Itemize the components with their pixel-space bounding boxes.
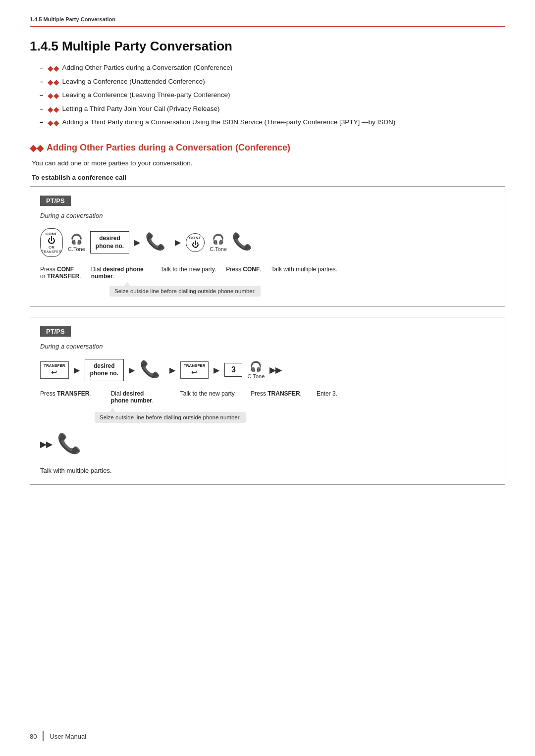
- footer: 80 User Manual: [30, 731, 86, 741]
- dash-icon: –: [40, 63, 44, 73]
- bullet-text: Letting a Third Party Join Your Call (Pr…: [62, 104, 220, 114]
- label-dial-desired-1: Dial desired phonenumber.: [91, 266, 146, 280]
- handset-icon-3: 🎧: [250, 360, 262, 372]
- subsection-diamonds: ◆◆: [30, 143, 44, 153]
- flow-row-3: ▶▶ 📞: [40, 431, 495, 458]
- page-title: 1.4.5 Multiple Party Conversation: [30, 39, 505, 54]
- handset-ctone-2: 🎧 C.Tone: [210, 233, 227, 252]
- dash-icon: –: [40, 90, 44, 100]
- desired-phone-btn-1: desired phone no.: [90, 231, 129, 253]
- note-bubble-1: Seize outside line before dialling outsi…: [109, 284, 495, 297]
- section-ref: 1.4.5 Multiple Party Conversation: [30, 16, 115, 22]
- c-tone-label-3: C.Tone: [247, 373, 265, 379]
- arrow-6: ▶: [214, 365, 219, 375]
- label-press-conf-2: Press CONF.: [226, 266, 261, 273]
- list-item: – ◆◆ Leaving a Conference (Leaving Three…: [40, 90, 505, 101]
- phone-wave-2: 📞: [232, 231, 257, 253]
- intro-text: You can add one or more parties to your …: [32, 159, 505, 167]
- num-3-box: 3: [224, 363, 242, 377]
- arrow-3: ▶: [74, 365, 80, 375]
- pt-ps-badge-2: PT/PS: [40, 326, 71, 337]
- desired-line1: desired: [96, 235, 124, 243]
- conf-top-text: CONF: [189, 236, 202, 240]
- footer-divider: [43, 731, 44, 741]
- svg-text:📞: 📞: [140, 359, 160, 378]
- diamond-icon: ◆◆: [48, 63, 59, 74]
- bullet-text: Leaving a Conference (Leaving Three-part…: [62, 90, 230, 100]
- handset-icon-1: 🎧: [70, 233, 83, 245]
- page-container: 1.4.5 Multiple Party Conversation 1.4.5 …: [0, 0, 535, 756]
- phone-wave-3: 📞: [140, 359, 164, 381]
- or-text: OR: [49, 245, 54, 250]
- transfer-sym-2: ↩: [191, 368, 198, 377]
- diamond-icon: ◆◆: [48, 77, 59, 88]
- handset-icon-2: 🎧: [212, 233, 224, 245]
- during-conv-1: During a conversation: [40, 212, 495, 219]
- labels-row-1: Press CONFor TRANSFER. Dial desired phon…: [40, 266, 495, 280]
- dash-icon: –: [40, 77, 44, 87]
- transfer-label-2: TRANSFER: [44, 363, 65, 368]
- flow-row-1: CONF ⏻ OR TRANSFER 🎧 C.Tone desired phon…: [40, 228, 495, 257]
- flow-row-2: TRANSFER ↩ ▶ desired phone no. ▶ 📞 ▶: [40, 359, 495, 381]
- conf-power-sym: ⏻: [192, 240, 199, 249]
- arrow-5: ▶: [169, 365, 175, 375]
- transfer-icon-block-2: TRANSFER ↩: [180, 361, 209, 379]
- desired-line1-2: desired: [90, 362, 118, 370]
- page-number: 80: [30, 733, 37, 740]
- conf-icon-simple: CONF ⏻: [186, 233, 205, 252]
- double-arrow-2: ▶▶: [40, 440, 52, 449]
- during-conv-2: During a conversation: [40, 343, 495, 350]
- bullet-text: Adding Other Parties during a Conversati…: [62, 63, 233, 73]
- label-talk-new-1: Talk to the new party.: [160, 266, 216, 273]
- c-tone-label-1: C.Tone: [68, 246, 85, 252]
- phone-wave-4: 📞: [57, 431, 87, 458]
- list-item: – ◆◆ Leaving a Conference (Unattended Co…: [40, 77, 505, 88]
- desired-line2-2: phone no.: [90, 370, 118, 378]
- diagram-box-1: PT/PS During a conversation CONF ⏻ OR TR…: [30, 186, 505, 307]
- svg-text:📞: 📞: [145, 232, 166, 251]
- list-item: – ◆◆ Adding Other Parties during a Conve…: [40, 63, 505, 74]
- label-press-conf: Press CONFor TRANSFER.: [40, 266, 81, 280]
- diamond-icon: ◆◆: [48, 117, 59, 129]
- handset-ctone-3: 🎧 C.Tone: [247, 360, 265, 379]
- transfer-sym: ↩: [51, 368, 57, 377]
- note-bubble-2: Seize outside line before dialling outsi…: [95, 410, 495, 423]
- subsection-title: ◆◆ Adding Other Parties during a Convers…: [30, 143, 505, 153]
- note-text-1: Seize outside line before dialling outsi…: [109, 286, 261, 297]
- transfer-icon-block: TRANSFER ↩: [40, 361, 69, 379]
- transfer-label-3: TRANSFER: [184, 363, 206, 368]
- c-tone-label-2: C.Tone: [210, 246, 227, 252]
- subsection-title-text: Adding Other Parties during a Conversati…: [47, 143, 290, 153]
- diagram-box-2: PT/PS During a conversation TRANSFER ↩ ▶…: [30, 317, 505, 485]
- svg-text:📞: 📞: [232, 232, 253, 251]
- bullet-text: Leaving a Conference (Unattended Confere…: [62, 77, 205, 87]
- bullet-list: – ◆◆ Adding Other Parties during a Conve…: [30, 63, 505, 129]
- desired-phone-btn-2: desired phone no.: [85, 359, 124, 381]
- footer-label: User Manual: [50, 733, 86, 740]
- conf-label: CONF: [46, 232, 58, 236]
- conf-transfer-icon: CONF ⏻ OR TRANSFER: [40, 228, 63, 257]
- label-talk-new-2: Talk to the new party.: [180, 390, 236, 397]
- list-item: – ◆◆ Adding a Third Party during a Conve…: [40, 117, 505, 129]
- note-text-2: Seize outside line before dialling outsi…: [95, 412, 246, 423]
- top-header: 1.4.5 Multiple Party Conversation: [30, 15, 505, 27]
- arrow-2: ▶: [175, 238, 181, 247]
- labels-row-2: Press TRANSFER. Dial desiredphone number…: [40, 390, 495, 404]
- list-item: – ◆◆ Letting a Third Party Join Your Cal…: [40, 104, 505, 115]
- diamond-icon: ◆◆: [48, 90, 59, 101]
- double-arrow-1: ▶▶: [269, 365, 281, 375]
- desired-line2: phone no.: [96, 243, 124, 251]
- label-press-transfer-1: Press TRANSFER.: [40, 390, 91, 397]
- power-symbol: ⏻: [48, 237, 55, 245]
- label-press-transfer-2: Press TRANSFER.: [251, 390, 302, 397]
- establish-label: To establish a conference call: [32, 174, 505, 181]
- pt-ps-badge-1: PT/PS: [40, 196, 71, 206]
- phone-wave-1: 📞: [145, 231, 170, 253]
- label-dial-desired-2: Dial desiredphone number.: [111, 390, 160, 404]
- dash-icon: –: [40, 117, 44, 127]
- label-talk-multiple-1: Talk with multiple parties.: [271, 266, 337, 273]
- bullet-text: Adding a Third Party during a Conversati…: [62, 117, 396, 127]
- dash-icon: –: [40, 104, 44, 114]
- svg-text:📞: 📞: [57, 432, 82, 455]
- arrow-1: ▶: [134, 238, 140, 247]
